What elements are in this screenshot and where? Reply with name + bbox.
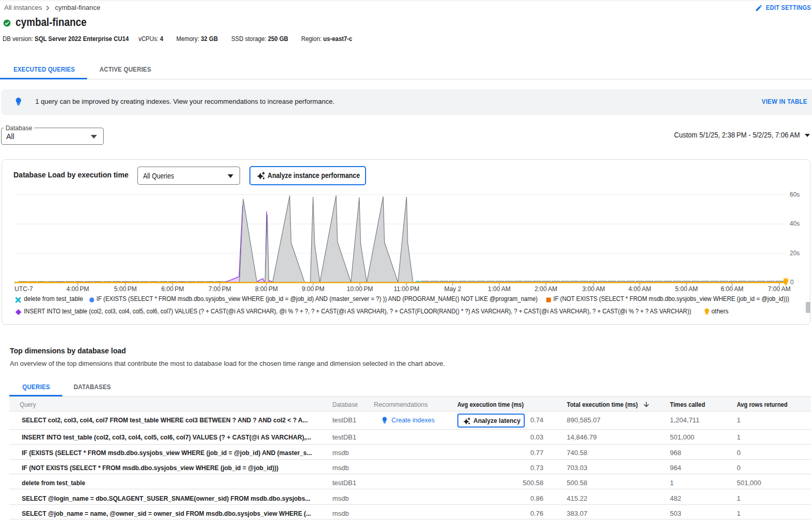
svg-text:3:00 AM: 3:00 AM [582,285,605,293]
svg-text:11:00 PM: 11:00 PM [394,285,419,293]
svg-text:8:00 PM: 8:00 PM [255,285,278,293]
svg-text:60s: 60s [790,191,800,198]
svg-text:6:00 PM: 6:00 PM [161,285,184,293]
svg-text:4:00 PM: 4:00 PM [66,285,89,293]
svg-text:40s: 40s [790,220,800,227]
svg-text:5:00 PM: 5:00 PM [114,285,137,293]
svg-text:6:00 AM: 6:00 AM [721,285,744,293]
svg-text:9:00 PM: 9:00 PM [302,285,325,293]
svg-text:2:00 AM: 2:00 AM [535,285,557,293]
svg-text:0: 0 [790,279,794,286]
svg-text:7:00 PM: 7:00 PM [208,285,231,293]
svg-text:20s: 20s [790,250,800,257]
svg-text:7:00 AM: 7:00 AM [768,285,791,293]
svg-text:1:00 AM: 1:00 AM [488,285,511,293]
svg-text:May 2: May 2 [444,285,461,293]
svg-text:4:00 AM: 4:00 AM [628,285,651,293]
svg-text:5:00 AM: 5:00 AM [675,285,698,293]
svg-text:UTC-7: UTC-7 [15,285,33,293]
svg-text:10:00 PM: 10:00 PM [347,285,373,293]
